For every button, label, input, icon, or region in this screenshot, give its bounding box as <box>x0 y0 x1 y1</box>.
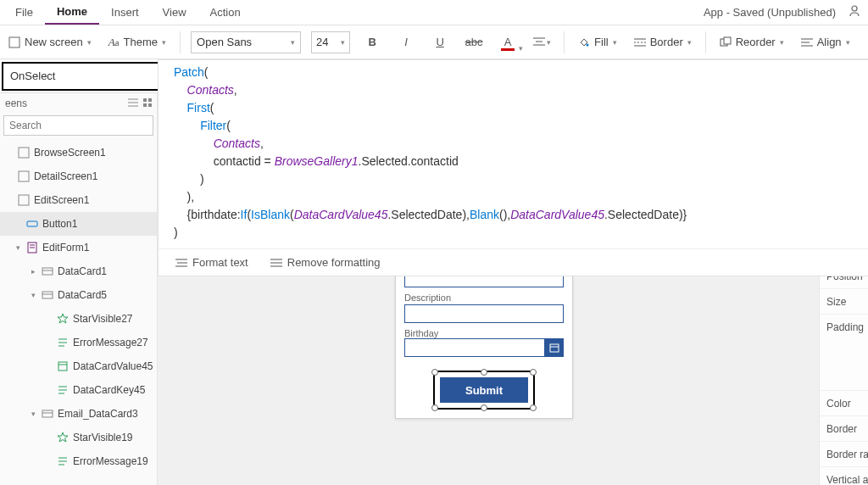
card-icon <box>42 265 53 277</box>
prop-row[interactable]: Border <box>820 415 868 441</box>
tree-search-input[interactable] <box>3 115 153 136</box>
screen-icon <box>18 194 30 206</box>
text-icon <box>57 455 69 467</box>
underline-button[interactable]: U <box>428 31 452 54</box>
screen-icon <box>18 170 30 182</box>
italic-button[interactable]: I <box>394 31 418 54</box>
resize-handle[interactable] <box>481 404 487 411</box>
align-button[interactable]: Align▾ <box>798 36 854 48</box>
text-icon <box>57 337 69 348</box>
svg-rect-40 <box>42 410 53 417</box>
prop-row[interactable]: Border rad <box>820 441 868 466</box>
svg-rect-21 <box>19 148 29 158</box>
calendar-icon[interactable] <box>545 338 564 357</box>
tree-item-label: DataCard1 <box>58 265 107 277</box>
text-icon <box>57 384 69 396</box>
description-input[interactable] <box>404 304 564 323</box>
tree-item-label: StarVisible27 <box>73 313 133 325</box>
menu-insert[interactable]: Insert <box>99 0 151 25</box>
star-icon <box>57 432 69 443</box>
menu-file[interactable]: File <box>3 0 45 25</box>
tree-item[interactable]: DataCardValue45 <box>0 354 157 378</box>
tree-item[interactable]: ▾EditForm1 <box>0 236 157 259</box>
tree-item-label: EditForm1 <box>42 242 89 254</box>
svg-rect-23 <box>19 195 29 205</box>
menu-action[interactable]: Action <box>198 0 253 25</box>
tree-item-label: DataCardKey45 <box>73 384 145 396</box>
svg-point-0 <box>852 6 857 11</box>
prop-row[interactable]: Vertical ali <box>820 466 868 485</box>
tree-item[interactable]: ErrorMessage19 <box>0 449 157 473</box>
tree-item-label: EditScreen1 <box>34 194 89 206</box>
user-icon[interactable] <box>844 4 865 20</box>
svg-rect-30 <box>42 292 53 298</box>
tree-item-label: Email_DataCard3 <box>58 408 138 420</box>
fontcolor-button[interactable]: A▾ <box>496 31 520 54</box>
tree-item[interactable]: Button1 <box>0 212 157 236</box>
resize-handle[interactable] <box>530 369 537 376</box>
birthday-label: Birthday <box>404 328 564 338</box>
tree-item-label: ErrorMessage19 <box>73 455 148 467</box>
resize-handle[interactable] <box>431 369 438 376</box>
birthday-input[interactable] <box>404 338 545 357</box>
reorder-button[interactable]: Reorder▾ <box>716 36 787 48</box>
svg-rect-22 <box>19 171 29 181</box>
canvas-area: Patch( Contacts, First( Filter( Contacts… <box>158 93 819 485</box>
tree-item-label: BrowseScreen1 <box>34 147 106 159</box>
resize-handle[interactable] <box>431 404 438 411</box>
svg-rect-35 <box>58 362 67 371</box>
property-select[interactable]: OnSelect▾ <box>2 62 183 91</box>
tree-grid-icon[interactable] <box>143 98 152 109</box>
tree-item-label: DataCardValue45 <box>73 360 153 372</box>
tree-item[interactable]: DetailScreen1 <box>0 164 157 188</box>
svg-rect-24 <box>27 221 37 226</box>
resize-handle[interactable] <box>530 404 537 411</box>
formula-text[interactable]: Patch( Contacts, First( Filter( Contacts… <box>159 60 868 248</box>
font-select[interactable]: Open Sans▾ <box>191 31 301 53</box>
bold-button[interactable]: B <box>360 31 384 54</box>
textalign-button[interactable]: ▾ <box>530 31 554 54</box>
tree-item[interactable]: EditScreen1 <box>0 188 157 212</box>
tree-item[interactable]: ErrorMessage27 <box>0 331 157 354</box>
svg-rect-17 <box>143 98 147 102</box>
tree-item[interactable]: ▾Email_DataCard3 <box>0 402 157 426</box>
format-text-button[interactable]: Format text <box>175 256 248 269</box>
menu-view[interactable]: View <box>151 0 198 25</box>
tree-item[interactable]: DataCardKey45 <box>0 378 157 402</box>
menu-home[interactable]: Home <box>45 0 99 25</box>
form-icon <box>26 242 38 254</box>
formula-bar[interactable]: Patch( Contacts, First( Filter( Contacts… <box>158 59 868 276</box>
resize-handle[interactable] <box>481 369 487 376</box>
prop-row[interactable]: Size <box>820 288 868 314</box>
svg-rect-18 <box>148 98 152 102</box>
submit-button[interactable]: Submit <box>440 377 528 403</box>
screen-icon <box>18 147 30 159</box>
tree-item[interactable]: ▾DataCard5 <box>0 283 157 307</box>
screens-header: eens <box>5 98 27 109</box>
border-button[interactable]: Border▾ <box>631 36 695 48</box>
fontsize-select[interactable]: 24▾ <box>311 31 350 53</box>
theme-button[interactable]: Aa Theme▾ <box>105 36 170 49</box>
description-label: Description <box>404 293 564 303</box>
tree-item[interactable]: BrowseScreen1 <box>0 141 157 164</box>
tree-item-label: DataCard5 <box>58 289 107 301</box>
tree-item[interactable]: ▸DataCard1 <box>0 259 157 283</box>
svg-rect-1 <box>9 37 19 47</box>
form-canvas[interactable]: Description Birthday Submit <box>395 263 573 419</box>
tree-item[interactable]: StarVisible19 <box>0 426 157 449</box>
prop-row[interactable]: Color <box>820 390 868 415</box>
svg-rect-28 <box>42 268 53 275</box>
button-selection[interactable]: Submit <box>433 371 535 410</box>
strike-button[interactable]: abc <box>462 31 486 54</box>
tree-item[interactable]: StarVisible27 <box>0 307 157 331</box>
tree-item-label: DetailScreen1 <box>34 170 97 182</box>
tree-list-icon[interactable] <box>128 98 138 109</box>
screens-panel: eens BrowseScreen1DetailScreen1EditScree… <box>0 93 158 485</box>
tree-item-label: StarVisible19 <box>73 432 133 443</box>
remove-formatting-button[interactable]: Remove formatting <box>270 256 381 269</box>
new-screen-button[interactable]: New screen▾ <box>5 36 95 48</box>
fill-button[interactable]: Fill▾ <box>575 36 620 48</box>
button-icon <box>26 218 38 230</box>
date-icon <box>57 360 69 372</box>
prop-row[interactable]: Padding <box>820 314 868 339</box>
